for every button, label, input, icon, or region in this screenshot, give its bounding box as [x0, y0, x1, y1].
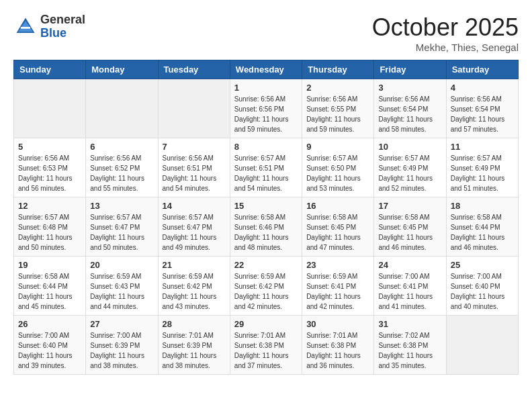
day-info: Sunrise: 6:58 AM Sunset: 6:46 PM Dayligh…	[234, 212, 298, 253]
calendar-cell	[86, 79, 158, 138]
calendar-cell	[446, 316, 518, 375]
calendar-cell: 22Sunrise: 6:59 AM Sunset: 6:42 PM Dayli…	[230, 257, 302, 316]
day-info: Sunrise: 6:58 AM Sunset: 6:45 PM Dayligh…	[378, 212, 441, 253]
calendar-cell: 31Sunrise: 7:02 AM Sunset: 6:38 PM Dayli…	[374, 316, 446, 375]
weekday-header-monday: Monday	[86, 60, 158, 79]
day-info: Sunrise: 7:01 AM Sunset: 6:38 PM Dayligh…	[306, 330, 369, 371]
day-info: Sunrise: 6:57 AM Sunset: 6:48 PM Dayligh…	[18, 212, 81, 253]
calendar-cell: 9Sunrise: 6:57 AM Sunset: 6:50 PM Daylig…	[302, 138, 374, 197]
day-info: Sunrise: 6:56 AM Sunset: 6:56 PM Dayligh…	[234, 94, 298, 134]
logo-icon	[13, 15, 38, 39]
weekday-header-saturday: Saturday	[446, 60, 518, 79]
day-info: Sunrise: 6:56 AM Sunset: 6:51 PM Dayligh…	[163, 153, 226, 193]
calendar-cell: 19Sunrise: 6:58 AM Sunset: 6:44 PM Dayli…	[14, 257, 86, 316]
day-number: 3	[378, 83, 441, 93]
weekday-header-tuesday: Tuesday	[158, 60, 230, 79]
calendar-cell: 4Sunrise: 6:56 AM Sunset: 6:54 PM Daylig…	[446, 79, 518, 138]
day-number: 9	[306, 142, 369, 152]
calendar-cell	[158, 79, 230, 138]
day-number: 11	[451, 142, 514, 152]
svg-rect-2	[21, 27, 30, 29]
calendar-cell: 23Sunrise: 6:59 AM Sunset: 6:41 PM Dayli…	[302, 257, 374, 316]
day-number: 7	[163, 142, 226, 152]
calendar-cell: 26Sunrise: 7:00 AM Sunset: 6:40 PM Dayli…	[14, 316, 86, 375]
calendar-week-row: 1Sunrise: 6:56 AM Sunset: 6:56 PM Daylig…	[14, 79, 519, 138]
calendar-cell: 7Sunrise: 6:56 AM Sunset: 6:51 PM Daylig…	[158, 138, 230, 197]
day-number: 1	[234, 83, 298, 93]
calendar-week-row: 5Sunrise: 6:56 AM Sunset: 6:53 PM Daylig…	[14, 138, 519, 197]
day-number: 21	[163, 260, 226, 270]
day-info: Sunrise: 6:56 AM Sunset: 6:55 PM Dayligh…	[306, 94, 369, 134]
calendar-cell: 24Sunrise: 7:00 AM Sunset: 6:41 PM Dayli…	[374, 257, 446, 316]
calendar-table: SundayMondayTuesdayWednesdayThursdayFrid…	[13, 60, 519, 375]
calendar-cell: 15Sunrise: 6:58 AM Sunset: 6:46 PM Dayli…	[230, 197, 302, 257]
day-number: 17	[378, 201, 441, 211]
calendar-cell: 14Sunrise: 6:57 AM Sunset: 6:47 PM Dayli…	[158, 197, 230, 257]
weekday-header-row: SundayMondayTuesdayWednesdayThursdayFrid…	[14, 60, 519, 79]
calendar-cell	[14, 79, 86, 138]
weekday-header-friday: Friday	[374, 60, 446, 79]
logo: General Blue	[13, 13, 85, 40]
calendar-week-row: 12Sunrise: 6:57 AM Sunset: 6:48 PM Dayli…	[14, 197, 519, 257]
day-number: 23	[306, 260, 369, 270]
day-number: 14	[163, 201, 226, 211]
weekday-header-sunday: Sunday	[14, 60, 86, 79]
day-info: Sunrise: 7:01 AM Sunset: 6:38 PM Dayligh…	[234, 330, 298, 371]
day-info: Sunrise: 6:59 AM Sunset: 6:42 PM Dayligh…	[234, 271, 298, 312]
day-info: Sunrise: 6:57 AM Sunset: 6:49 PM Dayligh…	[378, 153, 441, 193]
day-number: 2	[306, 83, 369, 93]
day-number: 20	[90, 260, 153, 270]
day-number: 24	[378, 260, 441, 270]
day-number: 4	[451, 83, 514, 93]
day-number: 19	[18, 260, 81, 270]
day-number: 28	[163, 319, 226, 329]
day-info: Sunrise: 6:56 AM Sunset: 6:52 PM Dayligh…	[90, 153, 153, 193]
page-header: General Blue October 2025 Mekhe, Thies, …	[13, 13, 519, 53]
calendar-week-row: 19Sunrise: 6:58 AM Sunset: 6:44 PM Dayli…	[14, 257, 519, 316]
day-info: Sunrise: 6:56 AM Sunset: 6:54 PM Dayligh…	[378, 94, 441, 134]
day-info: Sunrise: 7:00 AM Sunset: 6:41 PM Dayligh…	[378, 271, 441, 312]
calendar-cell: 20Sunrise: 6:59 AM Sunset: 6:43 PM Dayli…	[86, 257, 158, 316]
day-info: Sunrise: 6:59 AM Sunset: 6:43 PM Dayligh…	[90, 271, 153, 312]
logo-blue-text: Blue	[40, 27, 85, 40]
day-info: Sunrise: 6:59 AM Sunset: 6:42 PM Dayligh…	[163, 271, 226, 312]
calendar-cell: 17Sunrise: 6:58 AM Sunset: 6:45 PM Dayli…	[374, 197, 446, 257]
weekday-header-wednesday: Wednesday	[230, 60, 302, 79]
day-number: 27	[90, 319, 153, 329]
day-number: 26	[18, 319, 81, 329]
calendar-cell: 1Sunrise: 6:56 AM Sunset: 6:56 PM Daylig…	[230, 79, 302, 138]
day-number: 31	[378, 319, 441, 329]
day-number: 6	[90, 142, 153, 152]
day-number: 30	[306, 319, 369, 329]
location-subtitle: Mekhe, Thies, Senegal	[372, 42, 519, 53]
title-block: October 2025 Mekhe, Thies, Senegal	[372, 13, 519, 53]
day-info: Sunrise: 6:56 AM Sunset: 6:54 PM Dayligh…	[451, 94, 514, 134]
calendar-cell: 2Sunrise: 6:56 AM Sunset: 6:55 PM Daylig…	[302, 79, 374, 138]
day-info: Sunrise: 6:59 AM Sunset: 6:41 PM Dayligh…	[306, 271, 369, 312]
day-number: 22	[234, 260, 298, 270]
day-info: Sunrise: 6:58 AM Sunset: 6:45 PM Dayligh…	[306, 212, 369, 253]
day-number: 18	[451, 201, 514, 211]
day-info: Sunrise: 6:58 AM Sunset: 6:44 PM Dayligh…	[18, 271, 81, 312]
calendar-cell: 27Sunrise: 7:00 AM Sunset: 6:39 PM Dayli…	[86, 316, 158, 375]
day-number: 5	[18, 142, 81, 152]
day-info: Sunrise: 7:02 AM Sunset: 6:38 PM Dayligh…	[378, 330, 441, 371]
day-info: Sunrise: 7:00 AM Sunset: 6:39 PM Dayligh…	[90, 330, 153, 371]
calendar-cell: 8Sunrise: 6:57 AM Sunset: 6:51 PM Daylig…	[230, 138, 302, 197]
day-number: 29	[234, 319, 298, 329]
calendar-cell: 3Sunrise: 6:56 AM Sunset: 6:54 PM Daylig…	[374, 79, 446, 138]
calendar-cell: 30Sunrise: 7:01 AM Sunset: 6:38 PM Dayli…	[302, 316, 374, 375]
month-title: October 2025	[372, 13, 519, 42]
calendar-cell: 10Sunrise: 6:57 AM Sunset: 6:49 PM Dayli…	[374, 138, 446, 197]
day-number: 12	[18, 201, 81, 211]
calendar-cell: 18Sunrise: 6:58 AM Sunset: 6:44 PM Dayli…	[446, 197, 518, 257]
day-info: Sunrise: 6:57 AM Sunset: 6:50 PM Dayligh…	[306, 153, 369, 193]
day-info: Sunrise: 6:58 AM Sunset: 6:44 PM Dayligh…	[451, 212, 514, 253]
day-number: 10	[378, 142, 441, 152]
day-number: 8	[234, 142, 298, 152]
day-info: Sunrise: 7:01 AM Sunset: 6:39 PM Dayligh…	[163, 330, 226, 371]
day-number: 13	[90, 201, 153, 211]
day-info: Sunrise: 6:57 AM Sunset: 6:47 PM Dayligh…	[90, 212, 153, 253]
day-info: Sunrise: 6:57 AM Sunset: 6:51 PM Dayligh…	[234, 153, 298, 193]
day-info: Sunrise: 7:00 AM Sunset: 6:40 PM Dayligh…	[18, 330, 81, 371]
